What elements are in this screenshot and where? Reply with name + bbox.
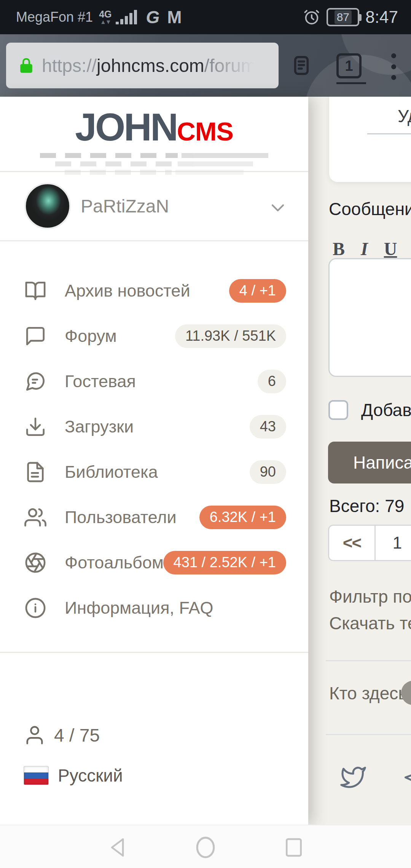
sidebar-item-label: Загрузки (65, 417, 134, 437)
menu-badge: 6 (258, 370, 286, 393)
language-selector[interactable]: Русский (24, 765, 123, 786)
recent-apps-button[interactable] (283, 835, 304, 860)
bold-button[interactable]: B (333, 238, 345, 259)
user-profile-row[interactable]: PaRtiZzaN (0, 172, 308, 241)
chat-icon (24, 325, 46, 347)
sidebar-item-news-archive[interactable]: Архив новостей 4 / +1 (0, 268, 308, 313)
person-icon (24, 724, 46, 746)
sidebar-item-photoalbums[interactable]: Фотоальбомы 431 / 2.52K / +1 (0, 540, 308, 585)
drawer-divider (0, 652, 308, 653)
sidebar-item-info-faq[interactable]: Информация, FAQ (0, 585, 308, 630)
tab-counter-button[interactable]: 1 (336, 53, 362, 78)
chevron-down-icon (267, 197, 288, 219)
message-circle-icon (24, 370, 46, 393)
status-bar: MegaFon #1 4G ▲▼ G M 87 8:47 (0, 0, 411, 34)
network-type-icon: 4G ▲▼ (99, 10, 112, 25)
lock-icon (18, 57, 35, 74)
tab-counter-underline (336, 82, 366, 84)
browser-viewport: Удал Сообщение B I U Добави Написать Все… (0, 97, 411, 825)
download-icon (24, 416, 46, 438)
logo-reflection (40, 153, 268, 158)
sidebar-item-guestbook[interactable]: Гостевая 6 (0, 359, 308, 404)
attach-checkbox[interactable] (328, 400, 348, 420)
message-textarea[interactable] (328, 258, 411, 377)
who-is-here-link[interactable]: Кто здесь (329, 683, 407, 704)
filter-link[interactable]: Фильтр по (329, 586, 411, 607)
menu-badge: 431 / 2.52K / +1 (163, 551, 286, 574)
pagination: << 1 (328, 525, 411, 561)
underline-button[interactable]: U (384, 238, 397, 259)
sidebar-item-library[interactable]: Библиотека 90 (0, 449, 308, 495)
online-counter[interactable]: 4 / 75 (24, 724, 100, 746)
sidebar-item-label: Пользователи (65, 507, 177, 527)
attach-row: Добави (328, 400, 411, 420)
sidebar-item-label: Архив новостей (65, 281, 190, 301)
operator-g-icon: G (146, 7, 160, 27)
message-label: Сообщение (329, 199, 411, 219)
carrier-label: MegaFon #1 (16, 9, 93, 25)
aperture-icon (24, 552, 46, 574)
sidebar-item-downloads[interactable]: Загрузки 43 (0, 404, 308, 449)
card-divider (367, 133, 411, 134)
users-icon (24, 506, 46, 528)
sidebar-item-users[interactable]: Пользователи 6.32K / +1 (0, 495, 308, 540)
logo-block[interactable]: JOHNCMS (0, 97, 308, 172)
section-divider (326, 734, 411, 735)
russian-flag-icon (24, 766, 49, 785)
johncms-logo: JOHNCMS (0, 105, 308, 150)
download-topic-link[interactable]: Скачать те (329, 613, 411, 633)
sidebar-item-label: Библиотека (65, 462, 158, 482)
navigation-drawer: JOHNCMS PaRtiZzaN Архив новостей 4 / +1 … (0, 97, 308, 825)
logo-reflection (55, 161, 253, 166)
sidebar-item-label: Форум (65, 326, 117, 346)
delete-tab-button[interactable]: Удал (398, 106, 411, 126)
total-count: Всего: 79 (329, 496, 404, 516)
pagination-first-button[interactable]: << (329, 526, 376, 560)
battery-icon: 87 (327, 8, 359, 26)
send-icon[interactable] (403, 768, 411, 793)
info-icon (24, 597, 46, 619)
menu-badge: 43 (250, 415, 286, 439)
sidebar-item-label: Информация, FAQ (65, 598, 213, 618)
book-open-icon (24, 280, 46, 302)
menu-badge: 4 / +1 (229, 279, 286, 303)
sidebar-item-label: Фотоальбомы (65, 553, 163, 573)
submit-label: Написать (353, 452, 411, 473)
sidebar-menu: Архив новостей 4 / +1 Форум 11.93K / 551… (0, 268, 308, 630)
phone-screen: MegaFon #1 4G ▲▼ G M 87 8:47 (0, 0, 411, 868)
battery-percent: 87 (335, 10, 352, 24)
tab-count: 1 (345, 58, 353, 74)
url-text: https://johncms.com/forum (42, 55, 256, 76)
menu-badge: 6.32K / +1 (199, 506, 286, 529)
format-toolbar: B I U (333, 238, 397, 259)
reader-mode-icon[interactable] (291, 52, 312, 79)
file-text-icon (24, 461, 46, 483)
attach-label: Добави (361, 400, 411, 420)
online-count-text: 4 / 75 (54, 725, 100, 746)
language-label: Русский (58, 765, 123, 786)
operator-m-icon: M (167, 7, 182, 27)
sidebar-item-forum[interactable]: Форум 11.93K / 551K (0, 313, 308, 359)
forum-page-content: Удал Сообщение B I U Добави Написать Все… (308, 97, 411, 825)
username: PaRtiZzaN (81, 196, 169, 217)
twitter-icon[interactable] (340, 764, 366, 790)
browser-toolbar: https://johncms.com/forum 1 (0, 34, 411, 97)
italic-button[interactable]: I (361, 238, 368, 259)
menu-badge: 11.93K / 551K (175, 324, 286, 348)
menu-badge: 90 (250, 460, 286, 484)
sidebar-item-label: Гостевая (65, 372, 136, 391)
pagination-page-1[interactable]: 1 (376, 526, 411, 560)
back-button[interactable] (107, 834, 129, 860)
signal-strength-icon (116, 10, 137, 24)
menu-kebab-icon[interactable] (391, 53, 397, 80)
clock-time: 8:47 (365, 8, 398, 27)
alarm-clock-icon (303, 8, 320, 26)
avatar (24, 183, 71, 229)
android-navigation-bar (0, 825, 411, 868)
topic-card: Удал (329, 97, 411, 182)
home-button[interactable] (193, 834, 218, 861)
section-divider (326, 660, 411, 661)
url-address-bar[interactable]: https://johncms.com/forum (6, 43, 279, 88)
submit-button[interactable]: Написать (328, 442, 411, 483)
